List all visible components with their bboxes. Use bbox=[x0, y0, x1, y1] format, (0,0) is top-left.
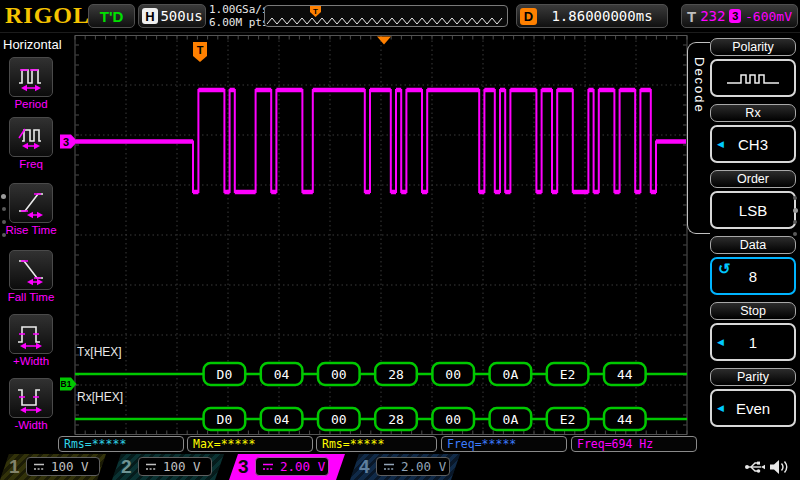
horizontal-center-marker-icon[interactable] bbox=[377, 37, 391, 45]
decode-rx-byte-value: 28 bbox=[388, 412, 404, 427]
chevron-left-icon: ◀ bbox=[717, 139, 724, 149]
bus1-marker-label: B1 bbox=[61, 379, 72, 389]
channel-number: 4 bbox=[359, 456, 370, 478]
coupling-dc-icon bbox=[262, 462, 274, 472]
channel-3-active[interactable]: 32.00 V bbox=[229, 454, 345, 480]
menu-item-value-box[interactable]: ◀CH3 bbox=[710, 125, 796, 163]
brand-logo: RIGOL bbox=[5, 2, 90, 29]
page-dot bbox=[793, 208, 798, 213]
delay-badge-icon: D bbox=[520, 8, 537, 25]
ch3-ground-marker-label: 3 bbox=[63, 136, 69, 148]
channel-1[interactable]: 1100 V bbox=[0, 454, 106, 480]
waveform-display: Tx[HEX]D0040028000AE244Rx[HEX]D004002800… bbox=[58, 35, 702, 435]
menu-item-value: CH3 bbox=[738, 136, 768, 153]
left-menu-item-freq[interactable]: Freq bbox=[4, 117, 58, 170]
decode-tx-byte-value: E2 bbox=[560, 367, 576, 382]
chevron-left-icon: ◀ bbox=[717, 403, 724, 413]
fall-time-icon bbox=[9, 250, 53, 290]
menu-item-order[interactable]: OrderLSB bbox=[710, 170, 796, 229]
menu-item-title: Data bbox=[710, 236, 796, 254]
decode-rx-byte-value: 0A bbox=[503, 412, 519, 427]
menu-item-data[interactable]: Data↺8 bbox=[710, 236, 796, 295]
decode-rx-byte-value: 00 bbox=[445, 412, 461, 427]
period-icon bbox=[9, 57, 53, 97]
trigger-readout-box[interactable]: T 232 3 -600mV bbox=[681, 4, 798, 28]
left-menu-item-rise-time[interactable]: Rise Time bbox=[4, 183, 58, 236]
decode-tx-byte-value: 00 bbox=[331, 367, 347, 382]
trigger-type: 232 bbox=[700, 8, 725, 24]
channel-number: 2 bbox=[121, 456, 132, 478]
coupling-dc-icon bbox=[33, 462, 45, 472]
menu-item-value-box[interactable] bbox=[710, 59, 796, 97]
decode-rx-byte-value: 04 bbox=[274, 412, 290, 427]
preview-trigger-marker-icon[interactable]: T bbox=[309, 5, 322, 18]
measurement-readout[interactable]: Freq=***** bbox=[441, 436, 567, 452]
decode-rx-byte-value: 00 bbox=[331, 412, 347, 427]
channel-4[interactable]: 42.00 V bbox=[350, 454, 460, 480]
rise-time-icon bbox=[9, 183, 53, 223]
left-menu-item--width[interactable]: -Width bbox=[4, 378, 58, 431]
menu-item-value-box[interactable]: LSB bbox=[710, 191, 796, 229]
decode-tx-byte-value: 0A bbox=[503, 367, 519, 382]
decode-rx-label: Rx[HEX] bbox=[77, 390, 123, 404]
menu-item-title: Stop bbox=[710, 302, 796, 320]
svg-text:T: T bbox=[313, 7, 318, 16]
menu-item-value-box[interactable]: ↺8 bbox=[710, 257, 796, 295]
menu-item-parity[interactable]: Parity◀Even bbox=[710, 368, 796, 427]
measurement-readout[interactable]: Freq=694 Hz bbox=[571, 436, 697, 452]
waveform-position-preview[interactable]: T bbox=[264, 5, 508, 27]
sample-rate: 1.00GSa/s bbox=[209, 3, 269, 16]
menu-item-title: Rx bbox=[710, 104, 796, 122]
decode-rx-byte-value: D0 bbox=[217, 412, 233, 427]
delay-value: 1.86000000ms bbox=[537, 8, 667, 24]
left-menu-item-label: +Width bbox=[4, 355, 58, 367]
decode-rx-byte-value: 44 bbox=[617, 412, 633, 427]
menu-item-value-box[interactable]: ◀Even bbox=[710, 389, 796, 427]
h-badge-icon: H bbox=[142, 8, 158, 24]
measurement-readout[interactable]: Max=***** bbox=[187, 436, 313, 452]
decode-tx-byte-value: 28 bbox=[388, 367, 404, 382]
left-menu-item-label: Fall Time bbox=[4, 291, 58, 303]
left-menu-item-fall-time[interactable]: Fall Time bbox=[4, 250, 58, 303]
beeper-icon bbox=[769, 458, 789, 476]
trigger-level-value: -600mV bbox=[745, 9, 792, 24]
page-dot bbox=[793, 196, 797, 200]
left-menu-item-label: Rise Time bbox=[4, 224, 58, 236]
trigger-position-flag-label: T bbox=[197, 44, 204, 56]
measurement-readout[interactable]: Rms=***** bbox=[316, 436, 437, 452]
measurement-readout[interactable]: Rms=***** bbox=[58, 436, 184, 452]
menu-item-value: 1 bbox=[749, 334, 757, 351]
horizontal-timebase-box[interactable]: H 500us bbox=[138, 4, 206, 28]
memory-depth: 6.00M pts bbox=[209, 16, 269, 29]
oscilloscope-screen: RIGOL T'D H 500us 1.00GSa/s 6.00M pts T … bbox=[0, 0, 800, 480]
channel-scale-value: 100 V bbox=[163, 459, 201, 474]
menu-item-value-box[interactable]: ◀1 bbox=[710, 323, 796, 361]
channel-scale-value: 100 V bbox=[51, 459, 89, 474]
coupling-dc-icon bbox=[383, 462, 395, 472]
page-dot bbox=[2, 233, 6, 237]
polarity-pulse-icon bbox=[722, 67, 784, 89]
page-dot bbox=[2, 207, 6, 211]
left-menu-item-label: Freq bbox=[4, 158, 58, 170]
right-menu-tab[interactable]: Decode bbox=[687, 42, 710, 234]
left-menu-item--width[interactable]: +Width bbox=[4, 314, 58, 367]
menu-item-value: Even bbox=[736, 400, 770, 417]
delay-readout-box[interactable]: D 1.86000000ms bbox=[516, 4, 668, 28]
menu-item-value: LSB bbox=[739, 202, 767, 219]
left-menu-item-period[interactable]: Period bbox=[4, 57, 58, 110]
trigger-label: T bbox=[687, 8, 696, 25]
channel-scale-value: 2.00 V bbox=[401, 459, 446, 474]
menu-item-stop[interactable]: Stop◀1 bbox=[710, 302, 796, 361]
channel-2[interactable]: 2100 V bbox=[112, 454, 224, 480]
channel-status-bar: 1100 V2100 V32.00 V42.00 V bbox=[0, 454, 800, 480]
decode-rx-byte-value: E2 bbox=[560, 412, 576, 427]
preview-wave-icon bbox=[265, 6, 505, 26]
channel-scale-box: 100 V bbox=[138, 457, 212, 476]
decode-tx-byte-value: 04 bbox=[274, 367, 290, 382]
decode-tx-byte-value: 44 bbox=[617, 367, 633, 382]
usb-icon bbox=[744, 459, 766, 475]
page-dot bbox=[793, 232, 797, 236]
menu-item-rx[interactable]: Rx◀CH3 bbox=[710, 104, 796, 163]
menu-item-polarity[interactable]: Polarity bbox=[710, 38, 796, 97]
page-dot bbox=[793, 220, 797, 224]
